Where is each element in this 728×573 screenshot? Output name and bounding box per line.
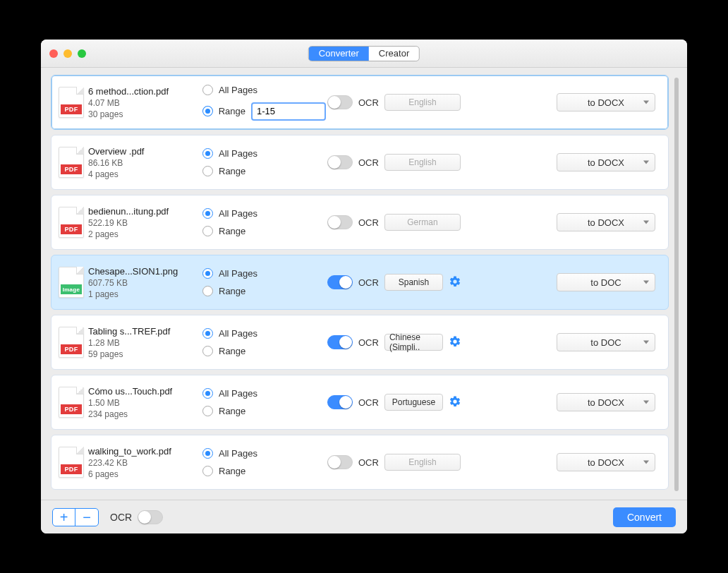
range-label: Range (219, 406, 245, 416)
footer-ocr-label: OCR (110, 512, 132, 523)
output-format-select[interactable]: to DOC (557, 333, 655, 351)
output-format-select[interactable]: to DOC (557, 273, 655, 291)
file-pages: 1 pages (88, 289, 201, 299)
range-label: Range (219, 106, 245, 116)
footer-ocr-toggle[interactable] (138, 510, 163, 524)
ocr-label: OCR (358, 337, 379, 348)
zoom-icon[interactable] (78, 49, 86, 58)
close-icon[interactable] (49, 49, 58, 58)
file-row[interactable]: PDFwalking_to_work.pdf223.42 KB6 pagesAl… (51, 435, 669, 490)
ocr-group: OCRSpanish (327, 274, 461, 291)
file-row[interactable]: PDF6 method...ction.pdf4.07 MB30 pagesAl… (51, 75, 669, 130)
add-remove-group: + − (52, 508, 99, 526)
range-radio[interactable] (202, 106, 213, 116)
range-label: Range (219, 166, 245, 176)
file-row[interactable]: ImageChesape...SION1.png607.75 KB1 pages… (51, 255, 669, 310)
all-pages-radio[interactable] (202, 85, 213, 95)
ocr-label: OCR (358, 397, 379, 408)
all-pages-radio[interactable] (202, 208, 213, 219)
page-selection: All PagesRange (202, 148, 326, 176)
all-pages-radio[interactable] (202, 448, 213, 459)
gear-icon[interactable] (449, 335, 461, 350)
output-format-select[interactable]: to DOCX (557, 153, 655, 171)
range-input[interactable] (251, 102, 326, 121)
all-pages-radio[interactable] (202, 148, 213, 159)
output-format-select[interactable]: to DOCX (557, 93, 655, 111)
file-name: bedienun...itung.pdf (88, 206, 201, 217)
file-row[interactable]: PDFbedienun...itung.pdf522.19 KB2 pagesA… (51, 195, 669, 250)
range-radio[interactable] (202, 166, 213, 176)
all-pages-radio[interactable] (202, 328, 213, 339)
ocr-group: OCRPortuguese (327, 394, 461, 411)
add-file-button[interactable]: + (53, 509, 75, 526)
ocr-group: OCRChinese (Simpli.. (327, 334, 461, 351)
language-select[interactable]: Spanish (384, 274, 443, 291)
ocr-toggle[interactable] (327, 155, 353, 169)
output-format-select[interactable]: to DOCX (557, 453, 655, 471)
gear-icon[interactable] (449, 275, 461, 290)
language-select[interactable]: Chinese (Simpli.. (384, 334, 443, 351)
range-radio[interactable] (202, 466, 213, 476)
output-format-select[interactable]: to DOCX (557, 393, 655, 411)
file-pages: 6 pages (88, 469, 201, 479)
ocr-label: OCR (358, 97, 379, 108)
ocr-label: OCR (358, 157, 379, 168)
file-row[interactable]: PDFTabling s...TREF.pdf1.28 MB59 pagesAl… (51, 315, 669, 370)
tab-converter[interactable]: Converter (309, 47, 369, 61)
footer-ocr-group: OCR (110, 510, 163, 524)
ocr-toggle[interactable] (327, 275, 353, 289)
page-selection: All PagesRange (202, 85, 326, 121)
page-selection: All PagesRange (202, 328, 326, 356)
file-size: 607.75 KB (88, 278, 201, 288)
range-radio[interactable] (202, 226, 213, 236)
range-label: Range (219, 226, 245, 236)
ocr-toggle[interactable] (327, 95, 353, 109)
minimize-icon[interactable] (63, 49, 72, 58)
ocr-toggle[interactable] (327, 395, 353, 409)
page-selection: All PagesRange (202, 448, 326, 476)
ocr-label: OCR (358, 457, 379, 468)
ocr-toggle[interactable] (327, 215, 353, 229)
file-row[interactable]: PDFCómo us...Touch.pdf1.50 MB234 pagesAl… (51, 375, 669, 430)
file-meta: Cómo us...Touch.pdf1.50 MB234 pages (88, 386, 201, 419)
tab-creator[interactable]: Creator (369, 47, 419, 61)
file-row[interactable]: PDFOverview .pdf86.16 KB4 pagesAll Pages… (51, 135, 669, 190)
file-list: PDF6 method...ction.pdf4.07 MB30 pagesAl… (51, 75, 672, 500)
language-select: English (384, 454, 461, 471)
file-meta: Overview .pdf86.16 KB4 pages (88, 146, 201, 179)
file-size: 1.28 MB (88, 338, 201, 348)
all-pages-label: All Pages (219, 388, 257, 399)
app-window: Converter Creator PDF6 method...ction.pd… (41, 40, 687, 533)
range-radio[interactable] (202, 406, 213, 416)
file-meta: 6 method...ction.pdf4.07 MB30 pages (88, 86, 201, 119)
remove-file-button[interactable]: − (75, 509, 98, 526)
range-radio[interactable] (202, 346, 213, 356)
scrollbar[interactable] (672, 75, 681, 500)
all-pages-radio[interactable] (202, 268, 213, 279)
ocr-toggle[interactable] (327, 335, 353, 349)
language-select[interactable]: Portuguese (384, 394, 443, 411)
pdf-file-icon: PDF (59, 147, 87, 178)
output-format-select[interactable]: to DOCX (557, 213, 655, 231)
ocr-toggle[interactable] (327, 455, 353, 469)
gear-icon[interactable] (449, 395, 461, 410)
convert-button[interactable]: Convert (613, 507, 676, 527)
page-selection: All PagesRange (202, 388, 326, 416)
format-group: to DOCX (463, 213, 661, 231)
language-select: German (384, 214, 461, 231)
pdf-file-icon: PDF (59, 447, 87, 478)
all-pages-label: All Pages (219, 448, 257, 459)
scrollbar-thumb[interactable] (674, 78, 679, 491)
mode-segmented-control: Converter Creator (308, 46, 420, 61)
all-pages-label: All Pages (219, 208, 257, 219)
ocr-group: OCREnglish (327, 154, 461, 171)
file-name: Overview .pdf (88, 146, 201, 157)
language-select: English (384, 94, 461, 111)
all-pages-radio[interactable] (202, 388, 213, 399)
pdf-file-icon: PDF (59, 387, 87, 418)
image-file-icon: Image (59, 267, 87, 298)
range-radio[interactable] (202, 286, 213, 296)
format-group: to DOC (463, 273, 661, 291)
page-selection: All PagesRange (202, 208, 326, 236)
format-group: to DOCX (463, 453, 661, 471)
